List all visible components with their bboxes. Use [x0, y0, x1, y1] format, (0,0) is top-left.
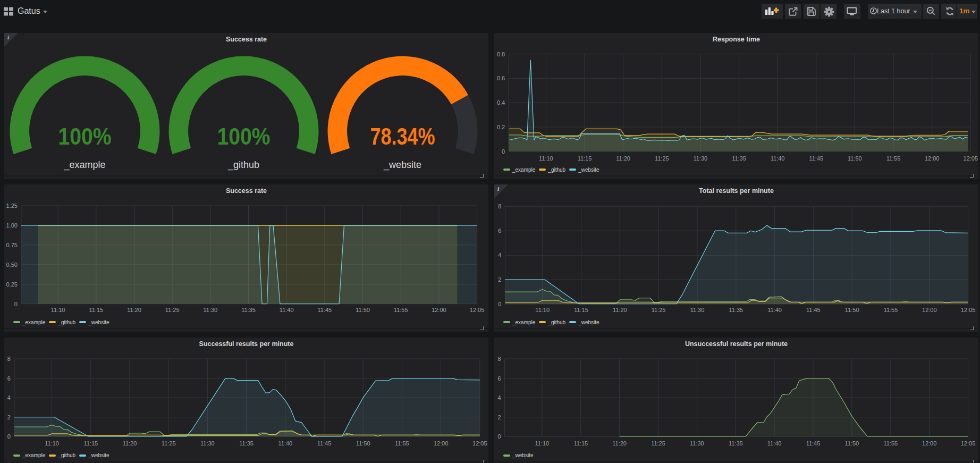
svg-text:11:30: 11:30: [690, 440, 704, 447]
svg-text:0.4: 0.4: [497, 99, 505, 106]
svg-text:11:50: 11:50: [356, 307, 370, 313]
svg-text:11:30: 11:30: [694, 155, 708, 162]
svg-text:11:45: 11:45: [318, 307, 332, 313]
svg-text:12:05: 12:05: [961, 307, 976, 313]
svg-text:11:15: 11:15: [578, 155, 592, 162]
svg-text:12:05: 12:05: [961, 440, 976, 447]
svg-text:0: 0: [498, 301, 501, 307]
svg-text:0: 0: [14, 301, 18, 307]
svg-text:11:10: 11:10: [539, 155, 553, 162]
svg-text:0.25: 0.25: [6, 281, 17, 288]
svg-text:11:50: 11:50: [848, 155, 862, 162]
svg-text:_github: _github: [227, 159, 259, 171]
svg-text:11:35: 11:35: [241, 307, 256, 313]
svg-text:0.2: 0.2: [497, 124, 505, 130]
svg-text:11:20: 11:20: [612, 440, 627, 447]
svg-text:12:00: 12:00: [434, 440, 449, 447]
svg-text:6: 6: [498, 228, 501, 234]
svg-text:11:55: 11:55: [883, 440, 898, 447]
svg-text:11:45: 11:45: [317, 440, 332, 447]
svg-text:8: 8: [7, 356, 11, 362]
svg-text:1.00: 1.00: [6, 222, 17, 229]
svg-text:11:25: 11:25: [655, 155, 669, 162]
svg-text:2: 2: [498, 276, 501, 283]
svg-text:11:55: 11:55: [886, 155, 901, 162]
svg-text:11:40: 11:40: [280, 307, 294, 313]
svg-text:_website: _website: [383, 159, 421, 171]
svg-text:6: 6: [497, 375, 501, 382]
svg-text:0.6: 0.6: [497, 75, 505, 81]
svg-text:11:40: 11:40: [767, 440, 782, 447]
svg-text:11:10: 11:10: [45, 440, 59, 447]
svg-text:12:05: 12:05: [470, 307, 485, 313]
svg-text:12:00: 12:00: [922, 440, 937, 447]
svg-text:12:05: 12:05: [472, 440, 487, 447]
svg-text:11:10: 11:10: [535, 307, 550, 313]
svg-text:11:45: 11:45: [809, 155, 823, 162]
svg-text:11:15: 11:15: [574, 307, 588, 313]
svg-text:11:25: 11:25: [651, 440, 665, 447]
svg-text:11:30: 11:30: [690, 307, 705, 313]
svg-text:11:30: 11:30: [204, 307, 218, 313]
svg-text:0: 0: [7, 433, 11, 440]
svg-text:11:10: 11:10: [51, 307, 65, 313]
svg-text:11:40: 11:40: [767, 307, 782, 313]
svg-text:11:20: 11:20: [616, 155, 630, 162]
svg-text:11:15: 11:15: [83, 440, 98, 447]
svg-text:2: 2: [7, 414, 11, 420]
svg-text:11:40: 11:40: [771, 155, 785, 162]
svg-text:78.34%: 78.34%: [370, 123, 435, 150]
svg-text:4: 4: [7, 394, 11, 401]
svg-text:0.8: 0.8: [497, 51, 505, 57]
svg-text:100%: 100%: [217, 123, 271, 150]
svg-text:11:20: 11:20: [127, 307, 141, 313]
svg-text:11:55: 11:55: [395, 440, 409, 447]
svg-text:11:10: 11:10: [535, 440, 550, 447]
svg-text:11:55: 11:55: [394, 307, 408, 313]
svg-text:11:35: 11:35: [729, 307, 743, 313]
svg-text:0: 0: [497, 433, 501, 440]
svg-text:11:40: 11:40: [278, 440, 292, 447]
svg-text:0.50: 0.50: [6, 262, 17, 268]
svg-text:11:25: 11:25: [165, 307, 180, 313]
svg-text:0: 0: [502, 148, 505, 155]
svg-text:11:30: 11:30: [200, 440, 215, 447]
svg-text:100%: 100%: [58, 123, 112, 150]
svg-text:11:15: 11:15: [573, 440, 588, 447]
svg-text:_example: _example: [63, 159, 105, 171]
svg-text:0.75: 0.75: [6, 242, 17, 248]
svg-text:11:35: 11:35: [239, 440, 254, 447]
svg-text:11:50: 11:50: [356, 440, 370, 447]
svg-text:11:50: 11:50: [845, 307, 859, 313]
svg-text:11:25: 11:25: [162, 440, 176, 447]
svg-text:11:50: 11:50: [845, 440, 859, 447]
svg-text:11:20: 11:20: [613, 307, 627, 313]
svg-text:12:00: 12:00: [922, 307, 937, 313]
svg-text:11:45: 11:45: [806, 307, 821, 313]
svg-text:11:25: 11:25: [652, 307, 666, 313]
svg-text:4: 4: [497, 394, 501, 401]
svg-text:11:35: 11:35: [732, 155, 746, 162]
svg-text:4: 4: [498, 252, 501, 258]
svg-text:6: 6: [7, 375, 11, 382]
svg-text:11:35: 11:35: [729, 440, 743, 447]
svg-text:11:55: 11:55: [884, 307, 898, 313]
svg-text:12:05: 12:05: [964, 155, 978, 162]
svg-text:2: 2: [497, 414, 501, 420]
svg-text:8: 8: [497, 356, 501, 362]
svg-text:12:00: 12:00: [925, 155, 940, 162]
svg-text:8: 8: [498, 203, 501, 209]
svg-text:1.25: 1.25: [6, 203, 17, 209]
svg-text:11:45: 11:45: [806, 440, 821, 447]
svg-text:11:20: 11:20: [123, 440, 137, 447]
svg-text:12:00: 12:00: [432, 307, 446, 313]
svg-text:11:15: 11:15: [89, 307, 103, 313]
